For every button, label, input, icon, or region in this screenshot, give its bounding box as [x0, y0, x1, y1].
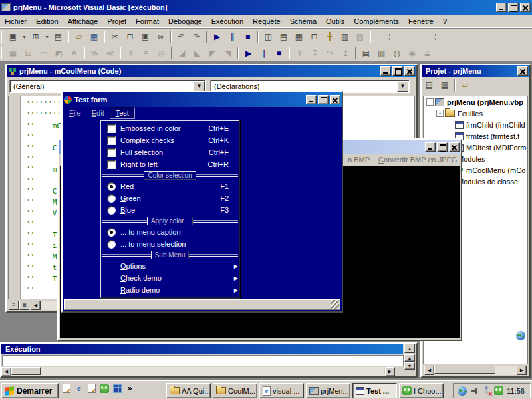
immediate-window-button[interactable]: ▥: [374, 47, 389, 60]
menu-editor-button[interactable]: ▤: [51, 30, 66, 43]
menu-d-bogage[interactable]: Débogage: [164, 15, 207, 27]
menu-item-check-demo[interactable]: Check demo▶: [102, 272, 238, 284]
data-view-button[interactable]: ▥: [337, 30, 352, 43]
add-project-button[interactable]: ▣: [5, 30, 21, 43]
properties-window-button[interactable]: ▤: [276, 30, 291, 43]
menu-item-blue[interactable]: BlueF3: [102, 204, 238, 216]
form-close-button[interactable]: [330, 95, 340, 104]
globe-icon[interactable]: [458, 386, 467, 396]
green-app-icon[interactable]: [100, 384, 109, 393]
align-top-button[interactable]: ◥: [220, 47, 235, 60]
scroll-thumb[interactable]: [11, 367, 41, 375]
checkbox-unchecked[interactable]: [107, 124, 116, 133]
show-desktop-icon[interactable]: [63, 384, 70, 393]
list-properties-button[interactable]: ≡: [138, 47, 154, 60]
maximize-button[interactable]: [508, 3, 519, 12]
close-button[interactable]: [520, 3, 531, 12]
bmp-maximize-button[interactable]: [437, 142, 448, 152]
channels-icon[interactable]: [113, 384, 122, 393]
full-module-view-button[interactable]: ≣: [19, 301, 29, 310]
menu-ex-cution[interactable]: Exécution: [207, 15, 248, 27]
chevron-down-icon[interactable]: ▼: [397, 81, 408, 92]
menu-item-radio-demo[interactable]: Radio demo▶: [102, 284, 238, 296]
undo-button[interactable]: ↶: [174, 30, 189, 43]
save-project-button[interactable]: ▦: [86, 30, 102, 43]
tree-item-feuilles[interactable]: -Feuilles: [424, 108, 527, 119]
form-maximize-button[interactable]: [318, 95, 329, 104]
outdent-button[interactable]: ≪: [102, 47, 118, 60]
start-button[interactable]: Démarrer: [1, 383, 59, 398]
volume-icon[interactable]: [470, 387, 479, 395]
toggle-folders-button[interactable]: ▱: [458, 78, 473, 92]
end-button[interactable]: ■: [240, 30, 255, 43]
radio-unselected[interactable]: [107, 194, 116, 203]
execution-hscrollbar[interactable]: [11, 367, 384, 376]
menu-item-to-menu-selection[interactable]: ... to menu selection: [102, 238, 238, 250]
snap-to-grid-button[interactable]: ◩: [51, 47, 66, 60]
add-project-arrow-button[interactable]: ▾: [21, 30, 28, 43]
project-explorer-button[interactable]: ◫: [261, 30, 276, 43]
object-browser-button[interactable]: ⊟: [307, 30, 322, 43]
add-form-button[interactable]: ⊞: [28, 30, 43, 43]
copy-button[interactable]: ⊡: [122, 30, 138, 43]
taskbar-button-visual[interactable]: evisual ...: [259, 383, 304, 398]
radio-unselected[interactable]: [107, 206, 116, 215]
menu-compl-ments[interactable]: Compléments: [349, 15, 404, 27]
redo-button[interactable]: ↷: [189, 30, 204, 43]
parameter-info-button[interactable]: ◎: [154, 47, 169, 60]
form-minimize-button[interactable]: [306, 95, 317, 104]
menu-item-options[interactable]: Options▶: [102, 260, 238, 272]
green-app-tray-icon[interactable]: [494, 386, 503, 395]
find-button[interactable]: ∞: [153, 30, 168, 43]
radio-selected[interactable]: [107, 182, 116, 191]
form-layout-button[interactable]: ▦: [291, 30, 307, 43]
quick-watch-button[interactable]: ◉: [404, 47, 420, 60]
menu-item-complex-checks[interactable]: Complex checksCtrl+K: [102, 134, 238, 146]
send-to-back-button[interactable]: ⊡: [21, 47, 36, 60]
menu-item-embossed-in-color[interactable]: Embossed in colorCtrl+E: [102, 122, 238, 134]
form-menu-test[interactable]: Test: [110, 107, 135, 119]
break-button[interactable]: ∥: [225, 30, 240, 43]
scroll-thumb[interactable]: [434, 366, 495, 374]
view-code-button[interactable]: ▤: [422, 78, 437, 92]
menu-fichier[interactable]: Fichier: [0, 15, 31, 27]
menu-fen-tre[interactable]: Fenêtre: [404, 15, 438, 27]
bring-to-front-button[interactable]: ▦: [5, 47, 21, 60]
toolbox-button[interactable]: ╋: [322, 30, 337, 43]
chevron-down-icon[interactable]: ▼: [194, 81, 205, 92]
taskbar-button-aa-qui[interactable]: AA Qui...: [166, 383, 211, 398]
break-debug-button[interactable]: ∥: [256, 47, 271, 60]
end-debug-button[interactable]: ■: [271, 47, 287, 60]
start-button[interactable]: ▶: [209, 30, 225, 43]
resize-grip[interactable]: [331, 300, 339, 309]
menu-item[interactable]: ?: [438, 15, 452, 27]
code-maximize-button[interactable]: [392, 66, 403, 76]
execution-scroll-up-small-button[interactable]: ▲: [404, 354, 415, 362]
procedure-view-button[interactable]: ≡: [9, 301, 19, 310]
taskbar-button-test[interactable]: Test ...: [352, 383, 397, 398]
project-close-button[interactable]: [517, 66, 528, 76]
code-minimize-button[interactable]: [380, 66, 391, 76]
start-debug-button[interactable]: ▶: [241, 47, 256, 60]
radio-selected[interactable]: [107, 228, 116, 237]
watch-window-button[interactable]: ◎: [389, 47, 404, 60]
checkbox-unchecked[interactable]: [107, 160, 116, 169]
menu-item-full-selection[interactable]: Full selectionCtrl+F: [102, 146, 238, 158]
step-into-button[interactable]: ↧: [307, 47, 323, 60]
menu-sch-ma[interactable]: Schéma: [285, 15, 321, 27]
outlook-express-icon[interactable]: [88, 384, 96, 393]
execution-hscroll-right-button[interactable]: ▶: [385, 367, 395, 376]
view-object-button[interactable]: ▦: [437, 78, 452, 92]
checkbox-unchecked[interactable]: [107, 136, 116, 145]
call-stack-button[interactable]: ≣: [420, 47, 435, 60]
cut-button[interactable]: ✂: [107, 30, 122, 43]
locals-window-button[interactable]: ▤: [358, 47, 374, 60]
component-manager-button[interactable]: ▧: [352, 30, 368, 43]
tree-item-prjmenu[interactable]: -prjMenu (prjMenu.vbp: [424, 96, 527, 108]
menu-item-right-to-left[interactable]: Right to leftCtrl+R: [102, 158, 238, 170]
minimize-button[interactable]: [496, 3, 507, 12]
align-right-button[interactable]: ◤: [205, 47, 220, 60]
execution-scroll-down-button[interactable]: ▼: [404, 362, 415, 370]
menu-edition[interactable]: Edition: [31, 15, 63, 27]
messenger-offline-icon[interactable]: [482, 386, 491, 395]
